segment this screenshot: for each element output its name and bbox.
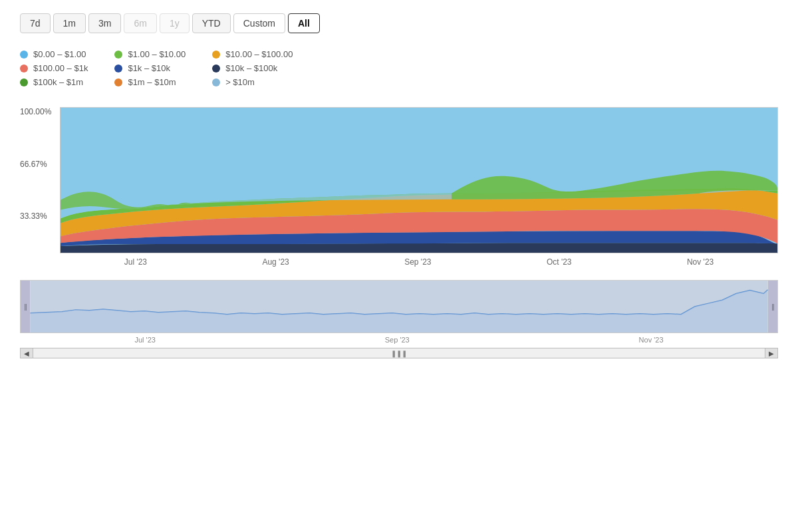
btn-6m: 6m [124,13,156,33]
chart-svg [61,108,777,253]
scroll-track[interactable]: ❚❚❚ [33,348,765,358]
x-label-oct: Oct '23 [547,257,572,267]
legend-label-8: > $10m [225,77,255,87]
legend-dot-5 [212,65,220,72]
legend-label-6: $100k – $1m [33,77,83,87]
x-label-sep: Sep '23 [404,257,431,267]
y-label-33: 33.33% [20,211,60,221]
btn-custom[interactable]: Custom [233,13,285,33]
legend-dot-0 [20,51,28,59]
legend-label-5: $10k – $100k [225,63,277,73]
btn-1m[interactable]: 1m [53,13,86,33]
legend-dot-4 [114,65,122,72]
legend-item-7: $1m – $10m [114,77,186,87]
legend-dot-8 [212,78,220,86]
main-chart-wrapper: 100.00% 66.67% 33.33% [20,107,778,267]
legend-dot-3 [20,65,28,72]
btn-7d[interactable]: 7d [20,13,51,33]
legend-item-8: > $10m [212,77,293,87]
btn-3m[interactable]: 3m [88,13,121,33]
btn-1y: 1y [160,13,190,33]
legend-label-0: $0.00 – $1.00 [33,49,86,59]
navigator-x-labels: Jul '23 Sep '23 Nov '23 [20,336,778,344]
chart-legend: $0.00 – $1.00 $1.00 – $10.00 $10.00 – $1… [20,49,293,87]
btn-ytd[interactable]: YTD [192,13,231,33]
legend-item-0: $0.00 – $1.00 [20,49,88,59]
legend-item-2: $10.00 – $100.00 [212,49,293,59]
legend-label-1: $1.00 – $10.00 [128,49,186,59]
legend-item-6: $100k – $1m [20,77,88,87]
scrollbar: ◀ ❚❚❚ ▶ [20,348,778,358]
time-range-selector: 7d 1m 3m 6m 1y YTD Custom All [20,13,778,33]
legend-item-1: $1.00 – $10.00 [114,49,186,59]
legend-label-7: $1m – $10m [128,77,176,87]
legend-dot-2 [212,51,220,59]
scroll-right-button[interactable]: ▶ [765,348,778,358]
nav-x-label-sep: Sep '23 [385,336,410,344]
y-label-100: 100.00% [20,107,60,116]
legend-label-2: $10.00 – $100.00 [225,49,293,59]
legend-label-3: $100.00 – $1k [33,63,88,73]
main-container: 7d 1m 3m 6m 1y YTD Custom All $0.00 – $1… [0,0,798,372]
y-axis-labels: 100.00% 66.67% 33.33% [20,107,60,267]
legend-item-5: $10k – $100k [212,63,293,73]
x-label-nov: Nov '23 [687,257,714,267]
btn-all[interactable]: All [288,13,320,33]
x-label-jul: Jul '23 [124,257,147,267]
chart-navigator[interactable]: ‖ ‖ Jul '23 Sep '23 Nov '23 [20,280,778,344]
legend-dot-7 [114,78,122,86]
stacked-area-chart[interactable] [60,107,778,253]
navigator-handle-left[interactable]: ‖ [21,281,30,332]
nav-x-label-nov: Nov '23 [639,336,664,344]
scroll-left-button[interactable]: ◀ [20,348,33,358]
navigator-inner[interactable]: ‖ ‖ [20,280,778,333]
legend-item-4: $1k – $10k [114,63,186,73]
x-axis-labels: Jul '23 Aug '23 Sep '23 Oct '23 Nov '23 [60,257,778,267]
legend-item-3: $100.00 – $1k [20,63,88,73]
legend-dot-6 [20,78,28,86]
y-label-66: 66.67% [20,160,60,169]
navigator-handle-right[interactable]: ‖ [768,281,777,332]
nav-x-label-jul: Jul '23 [134,336,155,344]
legend-dot-1 [114,51,122,59]
x-label-aug: Aug '23 [262,257,289,267]
scroll-thumb: ❚❚❚ [391,350,407,357]
legend-label-4: $1k – $10k [128,63,170,73]
navigator-svg [21,281,777,332]
